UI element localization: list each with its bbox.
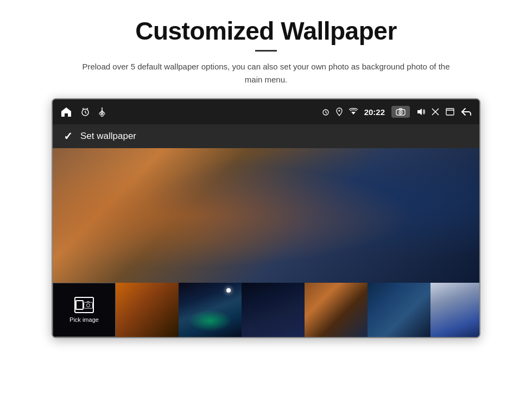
- thumbnail-strip: Pick image: [53, 283, 479, 337]
- svg-point-10: [101, 115, 103, 117]
- wallpaper-thumb-1[interactable]: [116, 283, 179, 337]
- wallpaper-preview: [53, 148, 479, 283]
- window-icon: [446, 108, 454, 116]
- close-icon: [432, 108, 439, 116]
- volume-icon: [416, 108, 425, 116]
- page-subtitle: Preload over 5 default wallpaper options…: [76, 60, 456, 86]
- page-title: Customized Wallpaper: [135, 16, 397, 46]
- svg-marker-19: [417, 109, 422, 115]
- wallpaper-action-bar: ✓ Set wallpaper: [53, 124, 479, 148]
- pick-image-thumb[interactable]: Pick image: [53, 283, 116, 337]
- wallpaper-thumb-5[interactable]: [368, 283, 430, 337]
- svg-point-18: [400, 112, 401, 113]
- device-frame: 20:22: [52, 98, 480, 338]
- svg-line-4: [87, 108, 88, 109]
- svg-line-3: [83, 108, 84, 109]
- title-divider: [255, 50, 277, 52]
- svg-marker-15: [351, 112, 356, 115]
- set-wallpaper-label: Set wallpaper: [80, 131, 136, 142]
- clock-time: 20:22: [364, 107, 385, 117]
- svg-line-2: [85, 112, 86, 113]
- back-icon: [461, 107, 472, 116]
- pick-image-label: Pick image: [69, 316, 99, 323]
- checkmark-icon: ✓: [64, 130, 73, 143]
- svg-point-25: [86, 304, 90, 307]
- wallpaper-thumb-4[interactable]: [305, 283, 368, 337]
- alarm-icon: [81, 107, 90, 116]
- svg-line-13: [326, 112, 327, 113]
- wallpaper-thumb-3[interactable]: [242, 283, 305, 337]
- camera-status-icon: [391, 106, 410, 118]
- svg-rect-22: [446, 109, 454, 115]
- status-bar-left: [60, 106, 106, 117]
- svg-point-14: [338, 110, 340, 112]
- usb-icon: [98, 107, 106, 117]
- wallpaper-thumb-6[interactable]: [430, 283, 479, 337]
- status-bar-right: 20:22: [322, 106, 472, 118]
- pick-image-icon: [74, 297, 94, 313]
- wallpaper-thumb-2[interactable]: [179, 283, 242, 337]
- location-icon: [336, 107, 343, 116]
- wifi-signal-icon: [349, 108, 358, 116]
- home-icon: [60, 106, 72, 117]
- alarm-right-icon: [322, 108, 330, 116]
- status-bar: 20:22: [53, 99, 479, 124]
- svg-rect-24: [84, 302, 93, 308]
